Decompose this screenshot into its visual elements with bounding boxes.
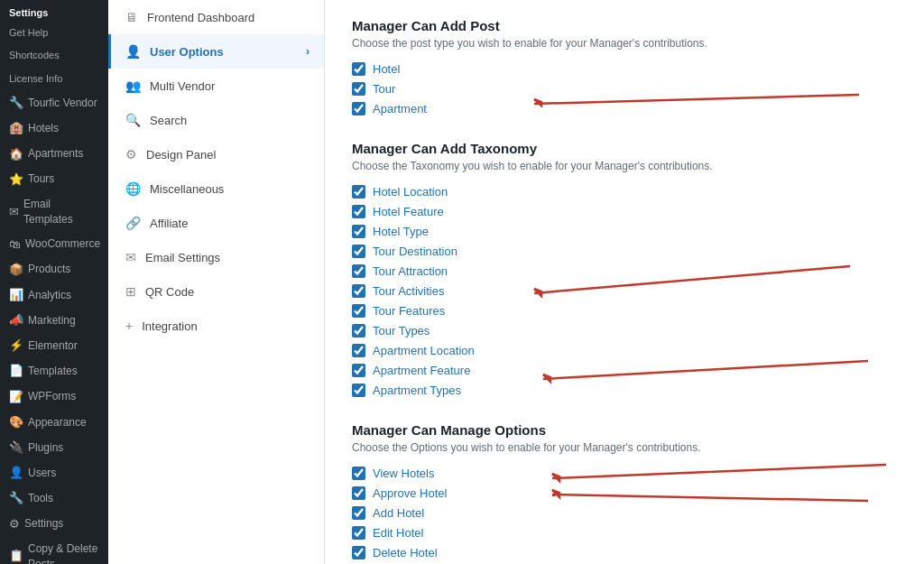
sidebar-item-analytics[interactable]: 📊Analytics	[0, 282, 108, 308]
multi-vendor-icon: 👥	[125, 79, 141, 93]
checkbox-label-hotel: Hotel	[373, 62, 400, 76]
checkbox-item-apartment-location: Apartment Location	[352, 344, 897, 357]
tools-icon: 🔧	[9, 490, 23, 506]
checkbox-edit-hotel[interactable]	[352, 526, 365, 540]
checkbox-label-apartment: Apartment	[373, 102, 427, 116]
checkbox-item-hotel-location: Hotel Location	[352, 185, 897, 199]
checkbox-tour-activities[interactable]	[352, 284, 365, 298]
copy-delete-posts-icon: 📋	[9, 548, 23, 564]
panel-item-email-settings[interactable]: ✉Email Settings	[108, 240, 324, 274]
sidebar-item-tools[interactable]: 🔧Tools	[0, 485, 108, 511]
checkbox-item-apartment: Apartment	[352, 102, 897, 116]
sidebar-item-marketing[interactable]: 📣Marketing	[0, 308, 108, 333]
sidebar-item-products[interactable]: 📦Products	[0, 257, 108, 282]
checkbox-item-apartment-feature: Apartment Feature	[352, 364, 897, 377]
panel-item-design-panel[interactable]: ⚙Design Panel	[108, 137, 324, 171]
checkbox-hotel[interactable]	[352, 62, 365, 76]
checkbox-item-edit-hotel: Edit Hotel	[352, 526, 897, 540]
section-manager-can-add-taxonomy: Manager Can Add Taxonomy Choose the Taxo…	[352, 141, 897, 397]
panel-item-label: Email Settings	[145, 251, 220, 264]
checkbox-tour-attraction[interactable]	[352, 264, 365, 278]
sidebar-item-shortcodes[interactable]: Shortcodes	[0, 44, 108, 67]
woocommerce-icon: 🛍	[9, 236, 21, 253]
panel-item-label: Miscellaneous	[150, 182, 224, 196]
panel-item-user-options[interactable]: 👤User Options›	[108, 34, 324, 69]
checkbox-add-hotel[interactable]	[352, 506, 365, 520]
checkbox-hotel-feature[interactable]	[352, 205, 365, 218]
checkbox-label-view-hotels: View Hotels	[373, 467, 434, 480]
plugins-icon: 🔌	[9, 439, 23, 456]
panel-item-qr-code[interactable]: ⊞QR Code	[108, 274, 324, 309]
sidebar-item-copy-delete-posts[interactable]: 📋Copy & Delete Posts	[0, 537, 108, 564]
panel-item-integration[interactable]: +Integration	[108, 309, 324, 343]
wpforms-icon: 📝	[9, 389, 23, 405]
checkbox-label-hotel-type: Hotel Type	[373, 225, 429, 238]
checkbox-label-tour-features: Tour Features	[373, 304, 445, 318]
checkbox-tour-destination[interactable]	[352, 245, 365, 258]
checkbox-label-tour-activities: Tour Activities	[373, 284, 444, 298]
panel-item-miscellaneous[interactable]: 🌐Miscellaneous	[108, 171, 324, 206]
checkbox-view-hotels[interactable]	[352, 467, 365, 480]
sidebar-item-get-help[interactable]: Get Help	[0, 22, 108, 44]
sidebar-item-users[interactable]: 👤Users	[0, 460, 108, 485]
section-manager-can-add-post: Manager Can Add Post Choose the post typ…	[352, 18, 897, 116]
checkbox-apartment-location[interactable]	[352, 344, 365, 357]
checkbox-apartment[interactable]	[352, 102, 365, 116]
checkbox-label-tour-attraction: Tour Attraction	[373, 264, 448, 278]
checkbox-label-apartment-feature: Apartment Feature	[373, 364, 470, 377]
sidebar-item-wpforms[interactable]: 📝WPForms	[0, 384, 108, 410]
sidebar-item-email-templates[interactable]: ✉Email Templates	[0, 192, 108, 232]
checkbox-item-hotel-feature: Hotel Feature	[352, 205, 897, 218]
section-title-manager-can-add-post: Manager Can Add Post	[352, 18, 897, 33]
checkbox-tour-features[interactable]	[352, 304, 365, 318]
section-title-manager-can-manage-options: Manager Can Manage Options	[352, 422, 897, 438]
checkbox-hotel-type[interactable]	[352, 225, 365, 238]
sidebar-item-elementor[interactable]: ⚡Elementor	[0, 333, 108, 358]
products-icon: 📦	[9, 262, 23, 278]
checkbox-item-approve-hotel: Approve Hotel	[352, 486, 897, 500]
marketing-icon: 📣	[9, 312, 23, 328]
checkbox-apartment-types[interactable]	[352, 384, 365, 397]
user-options-icon: 👤	[125, 44, 141, 59]
sidebar-item-appearance[interactable]: 🎨Appearance	[0, 410, 108, 435]
checkbox-item-view-hotels: View Hotels	[352, 467, 897, 480]
sidebar-item-woocommerce[interactable]: 🛍WooCommerce	[0, 232, 108, 257]
integration-icon: +	[125, 319, 133, 333]
checkbox-hotel-location[interactable]	[352, 185, 365, 199]
checkbox-label-hotel-location: Hotel Location	[373, 185, 448, 199]
sidebar-item-settings2[interactable]: ⚙Settings	[0, 512, 108, 537]
checkbox-label-approve-hotel: Approve Hotel	[373, 486, 447, 500]
checkbox-apartment-feature[interactable]	[352, 364, 365, 377]
panel-item-affiliate[interactable]: 🔗Affiliate	[108, 206, 324, 240]
checkbox-label-apartment-location: Apartment Location	[373, 344, 475, 357]
email-settings-icon: ✉	[125, 250, 136, 264]
search-icon: 🔍	[125, 113, 141, 127]
sidebar-item-tours[interactable]: ⭐Tours	[0, 167, 108, 192]
panel-item-label: Affiliate	[150, 217, 188, 230]
checkbox-label-apartment-types: Apartment Types	[373, 384, 461, 397]
checkbox-label-tour: Tour	[373, 82, 395, 96]
checkbox-tour-types[interactable]	[352, 324, 365, 337]
sidebar-item-templates[interactable]: 📄Templates	[0, 358, 108, 384]
sidebar-item-license-info[interactable]: License Info	[0, 68, 108, 90]
checkbox-label-edit-hotel: Edit Hotel	[373, 526, 423, 540]
main-content: Manager Can Add Post Choose the post typ…	[325, 0, 924, 564]
panel-item-frontend-dashboard[interactable]: 🖥Frontend Dashboard	[108, 0, 324, 34]
panel-item-multi-vendor[interactable]: 👥Multi Vendor	[108, 69, 324, 103]
left-sidebar: Settings Get Help Shortcodes License Inf…	[0, 0, 108, 564]
checkbox-item-apartment-types: Apartment Types	[352, 384, 897, 397]
checkbox-item-add-hotel: Add Hotel	[352, 506, 897, 520]
panel-item-search[interactable]: 🔍Search	[108, 103, 324, 137]
sidebar-item-hotels[interactable]: 🏨Hotels	[0, 116, 108, 141]
sidebar-item-apartments[interactable]: 🏠Apartments	[0, 142, 108, 167]
checkbox-item-tour-features: Tour Features	[352, 304, 897, 318]
tours-icon: ⭐	[9, 171, 23, 188]
checkbox-delete-hotel[interactable]	[352, 546, 365, 559]
middle-panel: 🖥Frontend Dashboard👤User Options›👥Multi …	[108, 0, 325, 564]
email-templates-icon: ✉	[9, 204, 19, 220]
sidebar-item-tourfic-vendor[interactable]: 🔧Tourfic Vendor	[0, 90, 108, 116]
sidebar-item-plugins[interactable]: 🔌Plugins	[0, 435, 108, 460]
frontend-dashboard-icon: 🖥	[125, 10, 138, 24]
checkbox-approve-hotel[interactable]	[352, 486, 365, 500]
checkbox-tour[interactable]	[352, 82, 365, 96]
